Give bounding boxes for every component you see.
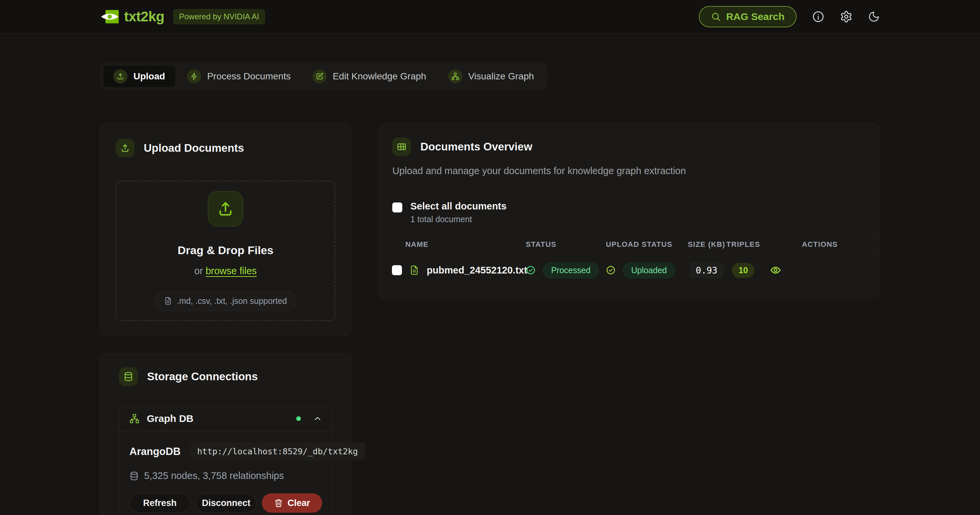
tab-label: Edit Knowledge Graph [332, 71, 426, 82]
info-icon[interactable] [812, 10, 824, 23]
column-header-actions: ACTIONS [760, 240, 880, 249]
tab-bar: Upload Process Documents Edit Knowledge … [100, 62, 547, 91]
table-icon [392, 137, 411, 156]
powered-by-badge: Powered by NVIDIA AI [173, 9, 265, 24]
tab-label: Visualize Graph [468, 71, 534, 82]
supported-formats-pill: .md, .csv, .txt, .json supported [154, 291, 296, 311]
nvidia-logo-icon [100, 10, 119, 24]
documents-overview-card: Documents Overview Upload and manage you… [379, 124, 880, 299]
eye-icon[interactable] [770, 264, 781, 276]
select-all-checkbox[interactable] [392, 202, 402, 213]
upload-icon [116, 139, 134, 157]
graph-db-provider: ArangoDB [129, 446, 180, 458]
db-panel: Graph DB ArangoDB http://localhost:8529/… [119, 406, 332, 515]
column-header-triples: TRIPLES [727, 240, 760, 249]
brand: txt2kg Powered by NVIDIA AI [100, 9, 265, 25]
graph-db-row[interactable]: Graph DB [119, 406, 332, 431]
column-header-name: NAME [379, 240, 526, 249]
tab-label: Upload [134, 71, 165, 82]
edit-icon [313, 69, 326, 83]
documents-card-subtitle: Upload and manage your documents for kno… [392, 165, 866, 176]
storage-connections-card: Storage Connections Graph DB [100, 354, 352, 515]
column-header-status: STATUS [526, 240, 606, 249]
dropzone-subtitle: or browse files [194, 265, 257, 277]
refresh-button[interactable]: Refresh [129, 493, 191, 513]
dropzone-title: Drag & Drop Files [178, 244, 274, 257]
network-icon [448, 69, 462, 83]
zap-icon [187, 69, 201, 83]
app-header: txt2kg Powered by NVIDIA AI RAG Search [0, 0, 980, 34]
upload-documents-card: Upload Documents Drag & Drop Files or br… [100, 124, 351, 336]
graph-db-label: Graph DB [147, 413, 194, 424]
triples-badge: 10 [732, 263, 754, 278]
file-icon [164, 297, 172, 305]
tab-process-documents[interactable]: Process Documents [177, 66, 301, 87]
check-circle-icon [606, 265, 616, 275]
select-all-label: Select all documents [410, 201, 507, 212]
browse-files-link[interactable]: browse files [205, 265, 256, 276]
documents-card-title: Documents Overview [420, 140, 532, 153]
tab-visualize-graph[interactable]: Visualize Graph [438, 66, 544, 87]
graph-db-stats: 5,325 nodes, 3,758 relationships [144, 470, 284, 481]
status-badge: Processed [542, 262, 599, 278]
table-row: pubmed_24552120.txt Processed Uploaded 0… [379, 254, 880, 286]
app-title: txt2kg [124, 9, 164, 25]
trash-icon [274, 499, 283, 507]
check-circle-icon [526, 265, 536, 275]
network-icon [129, 413, 139, 424]
rag-search-button[interactable]: RAG Search [699, 6, 797, 27]
storage-card-title: Storage Connections [147, 370, 258, 383]
tab-edit-knowledge-graph[interactable]: Edit Knowledge Graph [302, 66, 436, 87]
graph-db-url: http://localhost:8529/_db/txt2kg [190, 443, 365, 460]
rag-search-label: RAG Search [726, 11, 784, 22]
row-checkbox[interactable] [392, 265, 402, 275]
chevron-up-icon[interactable] [313, 414, 322, 423]
database-icon [119, 367, 138, 386]
column-header-size: SIZE (KB) [686, 240, 727, 249]
clear-button-label: Clear [288, 498, 310, 508]
supported-formats-label: .md, .csv, .txt, .json supported [177, 296, 287, 306]
table-header: NAME STATUS UPLOAD STATUS SIZE (KB) TRIP… [379, 235, 880, 254]
file-text-icon [409, 265, 419, 275]
tab-upload[interactable]: Upload [103, 66, 175, 87]
disconnect-button[interactable]: Disconnect [196, 493, 257, 513]
upload-status-badge: Uploaded [622, 262, 675, 278]
upload-icon [208, 191, 243, 226]
tab-label: Process Documents [207, 71, 291, 82]
clear-button[interactable]: Clear [262, 493, 322, 513]
gear-icon[interactable] [840, 10, 853, 23]
size-value: 0.93 [690, 262, 724, 278]
document-name: pubmed_24552120.txt [426, 265, 527, 276]
status-dot-connected [296, 416, 301, 421]
dropzone[interactable]: Drag & Drop Files or browse files .md, .… [116, 181, 335, 321]
total-documents-label: 1 total document [410, 215, 507, 224]
database-icon [129, 471, 139, 481]
or-text: or [194, 265, 206, 276]
moon-icon[interactable] [868, 11, 880, 23]
upload-icon [113, 69, 127, 83]
column-header-upload-status: UPLOAD STATUS [606, 240, 686, 249]
search-icon [711, 12, 721, 22]
upload-card-title: Upload Documents [144, 142, 244, 154]
